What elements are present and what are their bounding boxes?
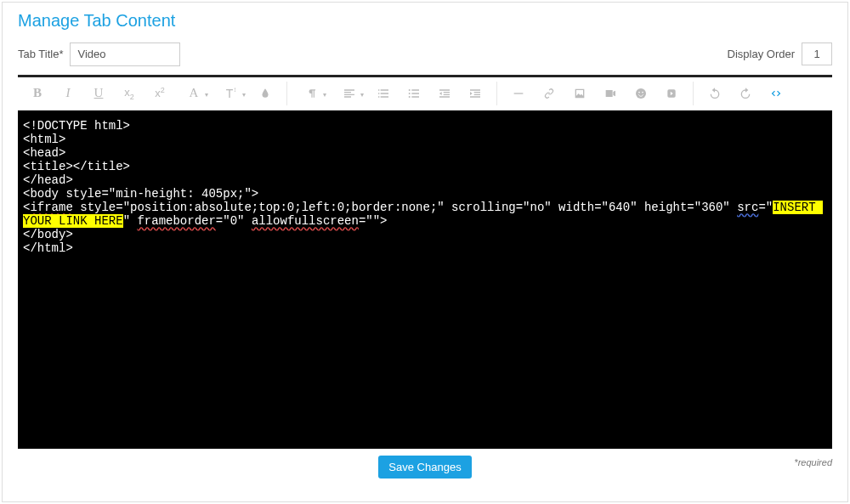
footer: Save Changes *required (3, 449, 847, 479)
code-line: <!DOCTYPE html> (23, 119, 130, 133)
editor: B I U x2 x2 A T↕ (18, 75, 832, 449)
list-ol-icon (377, 87, 390, 100)
link-button[interactable] (535, 81, 564, 106)
font-family-button[interactable]: A (176, 81, 212, 106)
svg-point-1 (409, 93, 411, 94)
code-line: <iframe style="position:absolute;top:0;l… (23, 201, 823, 228)
minus-icon (512, 87, 525, 100)
toolbar-separator (693, 82, 694, 105)
code-line: </body> (23, 228, 73, 241)
color-button[interactable] (251, 81, 280, 106)
tab-title-input[interactable] (70, 42, 180, 66)
undo-button[interactable] (700, 81, 729, 106)
display-order-field: Display Order (728, 42, 832, 65)
tab-title-label: Tab Title* (18, 48, 63, 60)
subscript-button[interactable]: x2 (115, 81, 144, 106)
code-line: <body style="min-height: 405px;"> (23, 187, 258, 201)
tint-icon (259, 88, 271, 99)
video-icon (604, 87, 617, 100)
link-icon (543, 88, 555, 99)
ordered-list-button[interactable] (369, 81, 398, 106)
paragraph-icon (306, 88, 318, 99)
bold-button[interactable]: B (23, 81, 52, 106)
html-code-editor[interactable]: <!DOCTYPE html> <html> <head> <title></t… (18, 110, 832, 449)
toolbar-separator (286, 82, 287, 105)
editor-toolbar: B I U x2 x2 A T↕ (18, 77, 832, 110)
svg-point-4 (638, 91, 640, 93)
svg-point-3 (636, 88, 646, 99)
page-title: Manage Tab Content (3, 3, 847, 36)
list-ul-icon (407, 87, 421, 100)
indent-button[interactable] (461, 81, 490, 106)
panel: Manage Tab Content Tab Title* Display Or… (2, 2, 848, 502)
code-view-button[interactable] (762, 81, 790, 106)
required-note: *required (794, 457, 832, 467)
code-line: <html> (23, 133, 65, 146)
save-button[interactable]: Save Changes (378, 456, 471, 479)
paragraph-format-button[interactable] (294, 81, 330, 106)
hr-button[interactable] (504, 81, 533, 106)
italic-button[interactable]: I (54, 81, 82, 106)
video-button[interactable] (596, 81, 625, 106)
outdent-button[interactable] (430, 81, 459, 106)
svg-point-2 (409, 96, 411, 98)
underline-button[interactable]: U (84, 81, 113, 106)
display-order-input[interactable] (802, 42, 832, 65)
share-button[interactable] (657, 81, 686, 106)
code-line: </html> (23, 241, 73, 255)
indent-icon (468, 87, 482, 100)
image-button[interactable] (565, 81, 594, 106)
redo-button[interactable] (731, 81, 760, 106)
emoticon-button[interactable] (626, 81, 655, 106)
display-order-label: Display Order (728, 48, 795, 60)
fields-row: Tab Title* Display Order (3, 36, 847, 75)
undo-icon (708, 87, 722, 100)
redo-icon (739, 87, 752, 100)
unordered-list-button[interactable] (400, 81, 428, 106)
code-line: <title></title> (23, 160, 130, 173)
toolbar-separator (496, 82, 497, 105)
image-icon (573, 87, 586, 100)
code-line: </head> (23, 173, 73, 187)
align-left-icon (343, 87, 356, 100)
font-size-button[interactable]: T↕ (213, 81, 249, 106)
superscript-button[interactable]: x2 (145, 81, 174, 106)
align-button[interactable] (332, 81, 367, 106)
code-icon (769, 87, 783, 100)
share-icon (666, 88, 677, 99)
code-line: <head> (23, 146, 65, 160)
smile-icon (634, 87, 648, 100)
tab-title-field: Tab Title* (18, 42, 180, 66)
svg-point-5 (642, 91, 643, 93)
svg-point-0 (409, 89, 411, 91)
outdent-icon (438, 87, 451, 100)
